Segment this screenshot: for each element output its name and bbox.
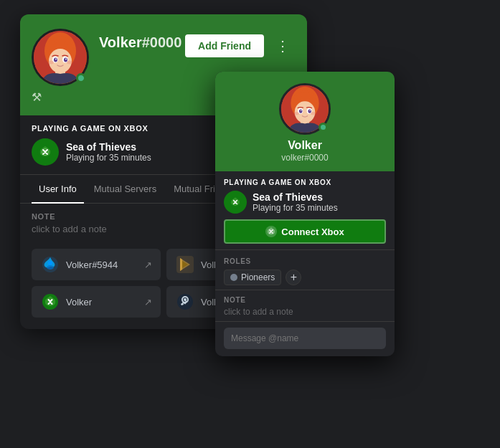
front-note-section: NOTE click to add a note — [215, 290, 395, 322]
username-text: Volker — [99, 34, 142, 50]
add-friend-button[interactable]: Add Friend — [185, 34, 264, 57]
svg-point-7 — [64, 58, 67, 62]
role-color-dot — [230, 274, 237, 281]
tab-mutual-servers[interactable]: Mutual Servers — [87, 175, 164, 203]
username-display: Volker#0000 — [99, 34, 181, 51]
front-card-header: Volker volker#0000 — [215, 72, 395, 171]
discriminator-text: #0000 — [142, 34, 182, 50]
xbox-account[interactable]: Volker ↗ — [32, 286, 161, 318]
svg-point-11 — [67, 61, 72, 65]
league-icon — [175, 254, 195, 275]
external-link-icon: ↗ — [144, 259, 152, 270]
connect-xbox-label: Connect Xbox — [281, 227, 344, 237]
svg-point-9 — [65, 59, 67, 60]
svg-point-16 — [47, 265, 54, 270]
svg-point-32 — [294, 112, 299, 115]
front-avatar — [279, 83, 331, 135]
more-options-button[interactable]: ⋮ — [270, 34, 296, 57]
game-status: Playing for 35 minutes — [66, 153, 151, 163]
svg-point-30 — [301, 110, 302, 111]
game-info: Sea of Thieves Playing for 35 minutes — [66, 141, 151, 163]
front-playing-row: Sea of Thieves Playing for 35 minutes — [224, 191, 386, 214]
xbox-username: Volker — [66, 297, 138, 308]
xbox-logo — [32, 138, 59, 166]
front-note-label: NOTE — [224, 296, 386, 304]
front-profile-popup: Volker volker#0000 PLAYING A GAME ON XBO… — [215, 72, 395, 356]
svg-point-31 — [309, 110, 311, 111]
tab-user-info[interactable]: User Info — [32, 175, 84, 203]
roles-section: ROLES Pioneers + — [215, 250, 395, 290]
svg-point-6 — [54, 58, 57, 62]
message-section — [215, 322, 395, 356]
game-title: Sea of Thieves — [66, 141, 151, 153]
roles-row: Pioneers + — [224, 270, 386, 285]
front-game-info: Sea of Thieves Playing for 35 minutes — [253, 191, 338, 213]
svg-point-33 — [311, 112, 316, 115]
status-indicator — [76, 73, 86, 83]
battlenet-icon — [40, 254, 60, 275]
avatar — [32, 29, 89, 86]
front-xbox-logo — [224, 191, 247, 214]
roles-label: ROLES — [224, 257, 386, 265]
front-status-indicator — [319, 123, 328, 132]
svg-point-29 — [308, 109, 311, 113]
front-discriminator: volker#0000 — [281, 153, 328, 163]
xbox-btn-icon — [265, 226, 277, 237]
svg-point-8 — [55, 59, 57, 60]
external-link-icon-3: ↗ — [144, 297, 152, 308]
steam-icon — [175, 292, 195, 312]
battlenet-username: Volker#5944 — [66, 259, 138, 270]
tools-icon: ⚒ — [32, 90, 42, 104]
battlenet-account[interactable]: Volker#5944 ↗ — [32, 249, 161, 280]
svg-point-10 — [48, 61, 54, 65]
role-pioneers: Pioneers — [224, 270, 281, 285]
xbox-icon — [40, 292, 60, 312]
role-name: Pioneers — [241, 272, 275, 282]
front-playing-label: PLAYING A GAME ON XBOX — [224, 178, 386, 186]
front-game-title: Sea of Thieves — [253, 191, 338, 203]
front-playing-section: PLAYING A GAME ON XBOX Sea of Thieves Pl… — [215, 171, 395, 250]
add-role-button[interactable]: + — [286, 270, 301, 285]
message-input[interactable] — [224, 328, 386, 349]
front-game-status: Playing for 35 minutes — [253, 203, 338, 213]
header-actions: Add Friend ⋮ — [185, 34, 296, 57]
connect-xbox-button[interactable]: Connect Xbox — [224, 219, 386, 244]
front-username: Volker — [288, 139, 322, 152]
svg-point-15 — [48, 261, 52, 265]
front-note-input[interactable]: click to add a note — [224, 307, 386, 317]
svg-point-28 — [299, 109, 302, 113]
